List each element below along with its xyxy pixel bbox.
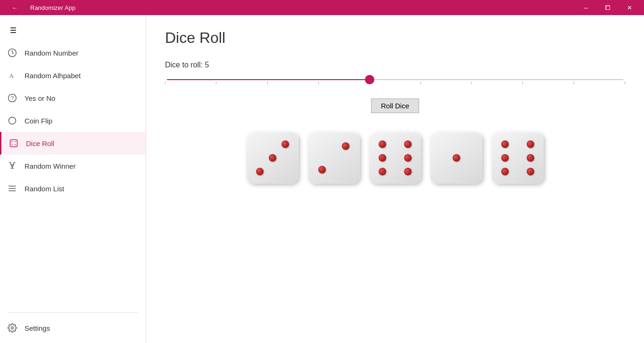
slider-thumb[interactable] — [365, 75, 374, 84]
sidebar-item-random-alphabet[interactable]: A Random Alhpabet — [0, 64, 146, 87]
yes-or-no-icon: ? — [8, 93, 17, 103]
tick-10 — [625, 82, 625, 84]
die-2 — [308, 132, 360, 184]
die-4 — [430, 132, 482, 184]
sidebar-item-label: Random Number — [25, 49, 78, 57]
dice-display — [165, 132, 625, 184]
dot — [379, 168, 386, 175]
roll-dice-button[interactable]: Roll Dice — [371, 98, 419, 113]
dot — [269, 154, 276, 162]
svg-rect-4 — [10, 140, 17, 147]
page-title: Dice Roll — [165, 29, 625, 47]
dot — [527, 168, 534, 175]
dice-roll-icon — [9, 139, 18, 148]
sidebar-item-label: Random List — [25, 185, 64, 193]
svg-text:?: ? — [11, 95, 14, 101]
dot — [404, 154, 412, 162]
sidebar-item-label: Random Alhpabet — [25, 72, 81, 80]
random-winner-icon — [8, 161, 17, 171]
die-5 — [492, 132, 544, 184]
sidebar-item-random-winner[interactable]: Random Winner — [0, 155, 146, 177]
dot — [404, 140, 412, 148]
sidebar-item-label: Yes or No — [25, 94, 55, 102]
dice-count-label: Dice to roll: 5 — [165, 61, 625, 69]
dot — [256, 168, 264, 175]
app-title: Randomizer App — [30, 4, 75, 11]
tick-4 — [318, 82, 319, 84]
svg-text:A: A — [9, 72, 14, 79]
main-content: Dice Roll Dice to roll: 5 — [146, 15, 644, 343]
dot — [342, 142, 349, 150]
dot — [379, 140, 386, 148]
dot — [501, 154, 509, 162]
sidebar-item-coin-flip[interactable]: Coin Flip — [0, 109, 146, 132]
tick-9 — [574, 82, 574, 84]
window-controls: ─ ⧠ ✕ — [575, 0, 640, 15]
coin-flip-icon — [8, 116, 17, 125]
tick-2 — [216, 82, 216, 84]
title-bar: ← Randomizer App ─ ⧠ ✕ — [0, 0, 644, 15]
die-3 — [369, 132, 421, 184]
sidebar-item-random-number[interactable]: Random Number — [0, 41, 146, 64]
close-button[interactable]: ✕ — [619, 0, 640, 15]
slider-ticks — [165, 82, 625, 84]
svg-point-3 — [9, 117, 16, 124]
hamburger-button[interactable]: ☰ — [2, 19, 25, 41]
svg-point-8 — [15, 144, 16, 145]
sidebar-item-label: Coin Flip — [25, 117, 52, 125]
svg-point-6 — [15, 141, 16, 142]
tick-3 — [267, 82, 268, 84]
random-list-icon — [8, 184, 17, 193]
svg-point-7 — [12, 144, 13, 145]
tick-7 — [471, 82, 472, 84]
dot — [453, 154, 460, 162]
settings-icon — [8, 323, 17, 333]
settings-label: Settings — [25, 324, 50, 332]
dot — [281, 140, 289, 148]
svg-point-5 — [12, 141, 13, 142]
nav-items: Random Number A Random Alhpabet ? Yes — [0, 41, 146, 309]
sidebar-item-label: Random Winner — [25, 162, 75, 170]
slider-fill — [167, 79, 370, 80]
app-body: ☰ Random Number A Random Alhpabet — [0, 15, 644, 343]
sidebar-item-dice-roll[interactable]: Dice Roll — [0, 132, 146, 155]
die-1 — [247, 132, 298, 184]
sidebar: ☰ Random Number A Random Alhpabet — [0, 15, 146, 343]
tick-1 — [165, 82, 165, 84]
sidebar-divider — [8, 312, 138, 313]
maximize-button[interactable]: ⧠ — [597, 0, 619, 15]
dice-count-value: 5 — [205, 61, 209, 69]
dot — [527, 140, 534, 148]
dot — [527, 154, 534, 162]
dot — [379, 154, 386, 162]
dot — [501, 140, 509, 148]
dot — [404, 168, 412, 175]
hamburger-icon: ☰ — [10, 26, 17, 35]
tick-8 — [522, 82, 523, 84]
dot — [318, 166, 326, 173]
sidebar-item-label: Dice Roll — [26, 139, 54, 147]
svg-point-12 — [11, 327, 14, 329]
random-alphabet-icon: A — [8, 71, 17, 80]
sidebar-item-random-list[interactable]: Random List — [0, 177, 146, 200]
dice-slider-container — [165, 75, 625, 84]
random-number-icon — [8, 48, 17, 57]
tick-6 — [421, 82, 421, 84]
back-button[interactable]: ← — [4, 0, 25, 15]
sidebar-item-yes-or-no[interactable]: ? Yes or No — [0, 87, 146, 109]
minimize-button[interactable]: ─ — [575, 0, 597, 15]
dot — [501, 168, 509, 175]
sidebar-item-settings[interactable]: Settings — [0, 317, 146, 339]
